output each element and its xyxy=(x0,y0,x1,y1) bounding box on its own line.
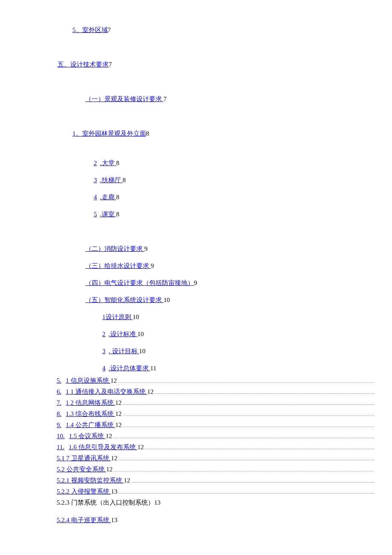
toc-num[interactable]: 5. xyxy=(57,377,61,384)
toc-link[interactable]: （四）电气设计要求（包括防宙接地） xyxy=(85,279,194,286)
toc-entry-dotted: 9.1.4 公共广播系统 12 xyxy=(57,421,375,430)
toc-page: 13 xyxy=(111,488,118,495)
dot-leader xyxy=(155,393,375,394)
toc-link[interactable]: .大堂 xyxy=(100,160,116,166)
dot-leader xyxy=(132,482,375,482)
toc-link[interactable]: 5.2 公共安全系统 xyxy=(57,466,106,473)
toc-link[interactable]: 1.3 综合布线系统 xyxy=(66,410,115,417)
dot-leader xyxy=(119,459,375,460)
toc-entry: （一）景观及装修设计要求 7 xyxy=(85,95,375,104)
toc-link[interactable]: 5.2.4 电子巡更系统 xyxy=(57,517,111,523)
toc-page: 8 xyxy=(116,211,120,218)
toc-link[interactable]: （五）智能化系统设计要求 xyxy=(85,296,164,303)
toc-link[interactable]: 1 1 通佶接入及电话交换系统 xyxy=(66,388,147,395)
toc-entry-dotted: 5.1 7 卫星通讯系统 12 xyxy=(57,454,375,463)
toc-num[interactable]: 3 xyxy=(94,177,97,183)
toc-page: 8 xyxy=(123,177,126,183)
toc-entry: 5 .课室 8 xyxy=(94,210,375,219)
toc-page: 10 xyxy=(164,296,170,303)
toc-page: 9 xyxy=(151,262,154,269)
dot-leader xyxy=(123,415,375,416)
toc-page: 10 xyxy=(139,348,145,355)
toc-link[interactable]: （三）给排水设计要求 xyxy=(85,262,151,269)
toc-page: 10 xyxy=(133,314,139,320)
dot-leader xyxy=(123,404,375,405)
toc-num[interactable]: 4 xyxy=(94,194,97,200)
toc-entry: （五）智能化系统设计要求 10 xyxy=(85,296,375,305)
toc-entry-dotted: 5.2.1 视频安防监控系统 12 xyxy=(57,476,375,485)
toc-page: 12 xyxy=(110,377,117,384)
toc-entry-dotted: 8.1.3 综合布线系统 12 xyxy=(57,410,375,418)
toc-link[interactable]: 1设计原则 xyxy=(102,314,133,320)
toc-entry-dotted: 5.1 信息设施系统 12 xyxy=(57,376,375,385)
toc-page: 7 xyxy=(109,61,112,68)
toc-entry: 3 . 设计目标 10 xyxy=(102,347,375,356)
toc-page: 12 xyxy=(115,421,122,428)
toc-entry-dotted: 10.1.5 会议系统 12 xyxy=(57,432,375,441)
toc-entry-dotted: 5.2 公共安全系统 12 xyxy=(57,465,375,474)
toc-page: 12 xyxy=(124,477,130,484)
toc-num[interactable]: 8. xyxy=(57,410,61,417)
toc-link[interactable]: 五、设计技术要求 xyxy=(58,61,109,68)
toc-page: 12 xyxy=(106,433,112,439)
toc-entry-dotted: 7.1 2 佶息网络系统 12 xyxy=(57,398,375,407)
toc-entry-dotted: 6.1 1 通佶接入及电话交换系统 12 xyxy=(57,387,375,396)
toc-num[interactable]: 2 xyxy=(94,160,97,166)
toc-num[interactable]: 5 xyxy=(94,211,97,218)
toc-entry: 1、室外园林景观及外立面8 xyxy=(72,129,375,138)
toc-num[interactable]: 10. xyxy=(57,433,65,439)
toc-page: 10 xyxy=(138,331,144,337)
toc-page: 12 xyxy=(137,444,144,450)
toc-page: 7 xyxy=(164,96,167,102)
toc-link[interactable]: （一）景观及装修设计要求 xyxy=(85,96,164,102)
toc-link[interactable]: .扶梯厅 xyxy=(100,177,123,183)
toc-page: 7 xyxy=(108,26,111,33)
toc-link[interactable]: 5、室外区域 xyxy=(72,26,108,33)
toc-num[interactable]: 9. xyxy=(57,421,61,428)
toc-entry: 4 .走廊 8 xyxy=(94,193,375,202)
toc-page: 12 xyxy=(115,399,122,406)
toc-link[interactable]: .设计总体要求 xyxy=(109,365,150,372)
toc-page: 8 xyxy=(116,160,120,166)
toc-link[interactable]: 1.5 会议系统 xyxy=(69,433,106,439)
toc-page: 9 xyxy=(144,245,148,252)
toc-num[interactable]: 7. xyxy=(57,399,61,406)
toc-link[interactable]: 5.2.2 入侵报警系统 xyxy=(57,488,111,495)
toc-link[interactable]: 5.2.1 视频安防监控系统 xyxy=(57,477,124,484)
toc-entry-dotted: 11.1.6 佶息引导及发布系统 12 xyxy=(57,443,375,452)
toc-page: 9 xyxy=(194,279,197,286)
toc-link[interactable]: 1.6 佶息引导及发布系统 xyxy=(69,444,137,450)
dot-leader xyxy=(113,437,374,438)
toc-entry: 5.2.4 电子巡更系统 13 xyxy=(57,516,375,525)
toc-link[interactable]: . 设计目标 xyxy=(109,348,139,355)
dot-leader xyxy=(118,382,374,383)
toc-num[interactable]: 2 xyxy=(102,331,106,337)
toc-page: 12 xyxy=(115,410,122,417)
toc-entry: 2 .大堂 8 xyxy=(94,159,375,168)
toc-entry: 3 .扶梯厅 8 xyxy=(94,176,375,185)
toc-entry: 五、设计技术要求7 xyxy=(58,60,375,69)
toc-link[interactable]: 1、室外园林景观及外立面 xyxy=(72,130,146,137)
toc-num[interactable]: 6. xyxy=(57,388,61,395)
toc-entry: 1设计原则 10 xyxy=(102,313,375,322)
toc-entry-dotted: 5.2.2 入侵报警系统 13 xyxy=(57,487,375,496)
toc-page: 13 xyxy=(154,499,161,506)
toc-link[interactable]: 1 信息设施系统 xyxy=(66,377,110,384)
toc-link[interactable]: 1.4 公共广播系统 xyxy=(66,421,115,428)
toc-link[interactable]: .走廊 xyxy=(100,194,116,200)
toc-link[interactable]: 1 2 佶息网络系统 xyxy=(66,399,115,406)
dot-leader xyxy=(114,471,374,471)
toc-entry: 5、室外区域7 xyxy=(72,26,375,35)
toc-page: 12 xyxy=(111,455,118,462)
toc-num[interactable]: 4 xyxy=(102,365,106,372)
dot-leader xyxy=(145,448,374,449)
toc-text: 5.2.3 门禁系统（出入口控制系统） xyxy=(57,499,154,506)
toc-link[interactable]: .设计标准 xyxy=(109,331,138,337)
toc-link[interactable]: .课室 xyxy=(100,211,116,218)
toc-entry: （四）电气设计要求（包括防宙接地）9 xyxy=(85,279,375,288)
toc-entry: 2 .设计标准 10 xyxy=(102,330,375,339)
toc-link[interactable]: （二）消防设计要求 xyxy=(85,245,144,252)
toc-num[interactable]: 11. xyxy=(57,444,64,450)
toc-link[interactable]: 5.1 7 卫星通讯系统 xyxy=(57,455,111,462)
toc-num[interactable]: 3 xyxy=(102,348,106,355)
